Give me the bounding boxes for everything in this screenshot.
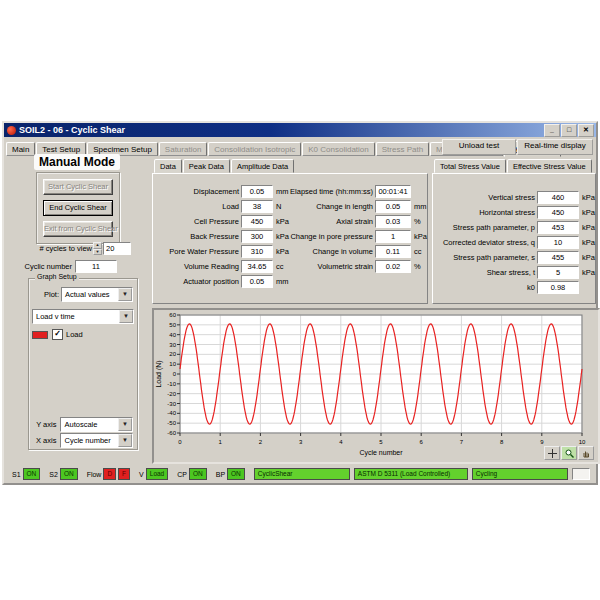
status-label: S2	[49, 471, 58, 478]
realtime-display-button[interactable]: Real-time display	[517, 139, 593, 155]
chart-tick-label: 3	[299, 439, 303, 445]
y-axis-label: Y axis	[31, 420, 56, 429]
field-unit: kPa	[579, 223, 595, 232]
tab-consolidation-isotropic[interactable]: Consolidation Isotropic	[208, 142, 301, 156]
data-tab-peak-data[interactable]: Peak Data	[183, 159, 230, 173]
tab-main[interactable]: Main	[6, 142, 35, 156]
field-row: k00.98	[433, 280, 595, 295]
field-unit: %	[411, 217, 421, 226]
app-window: SOIL2 - 06 - Cyclic Shear _ □ ✕ MainTest…	[2, 121, 598, 485]
field-label: Change in pore pressure	[281, 232, 373, 241]
field-row: Displacement0.05mm	[155, 184, 289, 199]
field-value: 0.05	[241, 185, 273, 198]
field-unit: kPa	[579, 253, 595, 262]
chart-tick-label: 0	[173, 371, 177, 377]
chevron-down-icon[interactable]: ▼	[118, 288, 132, 301]
field-value: 38	[241, 200, 273, 213]
chart-tick-label: 4	[339, 439, 343, 445]
stress-tab-effective-stress-value[interactable]: Effective Stress Value	[507, 159, 592, 173]
cycles-to-view-input[interactable]: 20	[103, 242, 131, 255]
cyclic-number-label: Cyclic number	[6, 262, 72, 271]
cyclic-buttons-group: Start Cyclic Shear End Cyclic Shear Exit…	[36, 172, 120, 244]
chart-tick-label: 60	[169, 312, 176, 318]
field-unit: kPa	[579, 208, 595, 217]
field-label: Corrected deviator stress, q	[433, 238, 535, 247]
maximize-button[interactable]: □	[561, 124, 577, 137]
tab-stress-path[interactable]: Stress Path	[376, 142, 429, 156]
field-row: Corrected deviator stress, q10kPa	[433, 235, 595, 250]
status-bar: S1ONS2ONFlowDFVLoadCPONBPONCyclicShearAS…	[6, 466, 594, 482]
field-label: Displacement	[155, 187, 239, 196]
chart-canvas: 6050403020100-10-20-30-40-50-60012345678…	[154, 310, 594, 458]
data-tab-amplitude-data[interactable]: Amplitude Data	[231, 159, 294, 173]
cycles-to-view-stepper[interactable]: ▲▼	[93, 242, 102, 255]
load-checkbox-label: Load	[66, 330, 83, 339]
field-row: Actuator position0.05mm	[155, 274, 289, 289]
field-value: 0.98	[537, 281, 579, 294]
field-unit: kPa	[579, 238, 595, 247]
chart-tick-label: 2	[259, 439, 263, 445]
close-button[interactable]: ✕	[578, 124, 594, 137]
field-unit: kPa	[579, 193, 595, 202]
unload-test-button[interactable]: Unload test	[442, 139, 516, 155]
tab-saturation[interactable]: Saturation	[159, 142, 207, 156]
field-row: Change in volume0.11cc	[281, 244, 427, 259]
legend-row: ✓ Load	[32, 329, 83, 340]
end-cyclic-shear-button[interactable]: End Cyclic Shear	[43, 200, 113, 216]
pan-hand-icon[interactable]	[578, 446, 594, 460]
chart-tick-label: 7	[460, 439, 464, 445]
tab-k0-consolidation[interactable]: K0 Consolidation	[302, 142, 374, 156]
chart-tick-label: 5	[379, 439, 383, 445]
x-axis-select[interactable]: Cycle number ▼	[60, 433, 133, 448]
field-value: 0.05	[375, 200, 411, 213]
plot-label: Plot:	[31, 290, 59, 299]
cyclic-number-value: 11	[75, 260, 117, 273]
field-row: Cell Pressure450kPa	[155, 214, 289, 229]
chevron-down-icon[interactable]: ▼	[118, 434, 132, 447]
title-bar[interactable]: SOIL2 - 06 - Cyclic Shear _ □ ✕	[4, 123, 596, 137]
chevron-down-icon[interactable]: ▼	[118, 418, 132, 431]
chart-tick-label: -50	[167, 420, 176, 426]
field-label: Cell Pressure	[155, 217, 239, 226]
field-value: 00:01:41	[375, 185, 411, 198]
status-cell-bp: BPON	[216, 468, 247, 480]
status-label: CP	[177, 471, 187, 478]
crosshair-icon[interactable]	[544, 446, 560, 460]
field-row: Change in pore pressure1kPa	[281, 229, 427, 244]
chart-tick-label: 10	[579, 439, 586, 445]
plot-select[interactable]: Actual values ▼	[61, 287, 133, 302]
chart-tick-label: 0	[178, 439, 182, 445]
chart-tick-label: 1	[219, 439, 223, 445]
stress-tab-total-stress-value[interactable]: Total Stress Value	[434, 159, 506, 173]
field-value: 450	[537, 206, 579, 219]
chart-tick-label: -20	[167, 391, 176, 397]
status-label: S1	[12, 471, 21, 478]
field-row: Stress path parameter, p453kPa	[433, 220, 595, 235]
status-badge: D	[103, 468, 116, 480]
field-row: Horizontal stress450kPa	[433, 205, 595, 220]
start-cyclic-shear-button[interactable]: Start Cyclic Shear	[43, 179, 113, 195]
field-unit: %	[411, 262, 421, 271]
status-cell-v: VLoad	[139, 468, 170, 480]
load-checkbox[interactable]: ✓	[52, 329, 63, 340]
minimize-button[interactable]: _	[544, 124, 560, 137]
chart-tick-label: 50	[169, 322, 176, 328]
graph-setup-group: Graph Setup Plot: Actual values ▼ Load v…	[28, 278, 138, 450]
status-badge: ON	[23, 468, 41, 480]
data-panel-body: Displacement0.05mmLoad38NCell Pressure45…	[152, 173, 428, 304]
field-row: Volumetric strain0.02%	[281, 259, 427, 274]
chevron-down-icon[interactable]: ▼	[119, 310, 133, 323]
field-row: Axial strain0.03%	[281, 214, 427, 229]
field-value: 1	[375, 230, 411, 243]
cycles-to-view-label: # cycles to view	[6, 244, 92, 253]
exit-cyclic-shear-button[interactable]: Exit from Cyclic Shear	[43, 221, 113, 237]
data-tab-data[interactable]: Data	[154, 159, 182, 173]
series-select[interactable]: Load v time ▼	[32, 309, 134, 324]
zoom-icon[interactable]	[561, 446, 577, 460]
status-progress-bar: CyclicShear	[254, 468, 350, 480]
y-axis-select[interactable]: Autoscale ▼	[60, 417, 133, 432]
field-row: Stress path parameter, s455kPa	[433, 250, 595, 265]
field-unit: mm	[411, 202, 427, 211]
field-unit: kPa	[579, 268, 595, 277]
graph-setup-title: Graph Setup	[35, 273, 79, 280]
